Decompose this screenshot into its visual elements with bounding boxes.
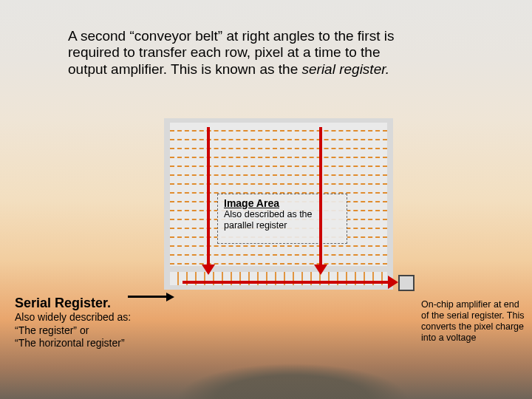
serial-register-alias1: “The register” or [15,324,163,338]
top-paragraph: A second “conveyor belt” at right angles… [68,28,470,78]
top-line1: A second “conveyor belt” at right angles… [68,28,394,44]
image-area-grid: Image Area Also described as the paralle… [170,123,387,266]
top-line2: required to transfer each row, pixel at … [68,44,380,60]
slide-content: A second “conveyor belt” at right angles… [0,0,532,399]
ccd-diagram-frame: Image Area Also described as the paralle… [164,118,393,290]
serial-register-title: Serial Register. [15,296,163,311]
image-area-subtitle: Also described as the parallel register [224,209,341,231]
pixel-row [170,256,387,265]
image-area-title: Image Area [224,197,341,209]
image-area-label-box: Image Area Also described as the paralle… [217,194,347,244]
serial-register-also: Also widely described as: [15,311,163,324]
parallel-shift-arrow-icon [207,127,210,266]
pixel-row [170,158,387,167]
pixel-row [170,132,387,140]
top-line3-prefix: output amplifier. This is known as the [68,61,301,77]
pixel-row [170,176,387,185]
pixel-row [170,167,387,176]
pixel-row [170,185,387,194]
serial-shift-arrow-icon [183,281,389,284]
pixel-row [170,123,387,132]
serial-register-label: Serial Register. Also widely described a… [15,296,163,350]
serial-register-alias2: “The horizontal register” [15,337,163,350]
output-amplifier-box [398,275,415,291]
parallel-shift-arrow-icon [319,127,322,266]
pixel-row [170,149,387,158]
top-line3-italic: serial register. [301,61,389,77]
amplifier-caption: On-chip amplifier at end of the serial r… [421,299,526,344]
pixel-row [170,247,387,256]
pixel-row [170,140,387,149]
